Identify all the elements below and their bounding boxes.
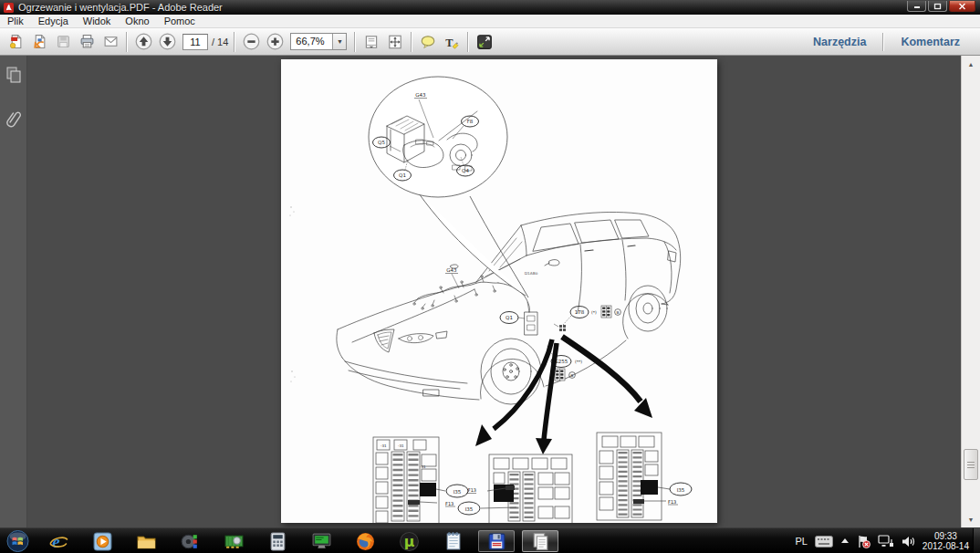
taskbar-apps: e <box>40 529 558 553</box>
fusebox-2 <box>481 454 572 523</box>
label-conn-b2: B <box>571 373 574 378</box>
fusebox1-f13: F13 <box>445 501 454 506</box>
zoom-out-button[interactable] <box>239 31 263 53</box>
maximize-button[interactable] <box>928 1 947 12</box>
create-pdf-button[interactable] <box>4 31 27 53</box>
scroll-mode-button[interactable] <box>360 31 383 53</box>
sticky-note-button[interactable] <box>416 31 440 53</box>
folder-icon <box>136 531 157 552</box>
title-bar: Ogrzewanie i wentylacja.PDF - Adobe Read… <box>0 0 980 15</box>
scroll-up-button[interactable]: ▲ <box>962 57 980 71</box>
show-desktop-button[interactable] <box>973 528 980 553</box>
internet-explorer-icon: e <box>48 531 69 552</box>
label-f8: F8 <box>467 119 474 124</box>
taskbar-calculator[interactable] <box>259 530 296 552</box>
next-page-button[interactable] <box>155 31 179 53</box>
network-icon[interactable] <box>878 535 894 548</box>
previous-page-icon <box>135 33 152 50</box>
desktop: Ogrzewanie i wentylacja.PDF - Adobe Read… <box>0 0 980 553</box>
close-button[interactable] <box>949 1 975 12</box>
taskbar-utorrent[interactable]: µ <box>391 530 427 552</box>
taskbar-terminal[interactable] <box>303 530 339 552</box>
menu-bar: Plik Edycja Widok Okno Pomoc <box>0 15 980 28</box>
hidden-icons-arrow[interactable] <box>840 537 850 545</box>
fit-page-button[interactable] <box>383 31 407 53</box>
create-pdf-icon <box>8 34 24 49</box>
monitor-terminal-icon <box>311 531 332 552</box>
scroll-down-button[interactable]: ▼ <box>962 512 980 527</box>
zoom-level-value: 66,7% <box>291 34 332 49</box>
start-button[interactable] <box>5 529 30 553</box>
fusebox1-mark31c: -31 <box>420 464 426 469</box>
fusebox1-mark31a: -31 <box>381 443 387 448</box>
scrollbar-thumb[interactable] <box>964 449 978 480</box>
previous-page-button[interactable] <box>131 31 155 53</box>
volume-icon[interactable] <box>902 536 915 548</box>
svg-text:T: T <box>446 36 454 48</box>
menu-okno[interactable]: Okno <box>118 15 156 28</box>
label-q4: Q4 <box>462 168 469 173</box>
label-q1-car: Q1 <box>506 315 513 320</box>
page-thumbnails-button[interactable] <box>0 63 27 87</box>
scan-speckles <box>289 206 295 381</box>
toolbar-separator <box>126 32 128 52</box>
fusebox3-i35: I35 <box>677 487 685 493</box>
taskbar-internet-explorer[interactable]: e <box>40 530 77 552</box>
menu-widok[interactable]: Widok <box>76 15 119 28</box>
taskbar-firefox[interactable] <box>347 530 383 552</box>
document-area: G43 D1ABo Q1 178 (*) B <box>0 56 980 527</box>
media-player-icon <box>92 531 113 552</box>
media-file-icon <box>180 531 201 552</box>
label-q1-balloon: Q1 <box>399 172 406 178</box>
taskbar-explorer[interactable] <box>128 530 164 552</box>
taskbar-media-file[interactable] <box>172 530 208 552</box>
navigation-pane <box>0 56 27 527</box>
attachments-button[interactable] <box>0 107 27 130</box>
fit-page-icon <box>387 34 403 50</box>
print-button[interactable] <box>75 31 99 53</box>
toolbar-separator <box>354 32 356 52</box>
taskbar-pdf-document[interactable] <box>522 530 558 552</box>
minimize-button[interactable] <box>907 1 926 12</box>
fullscreen-icon <box>476 34 493 50</box>
menu-plik[interactable]: Plik <box>0 15 31 28</box>
action-center-flag-icon[interactable] <box>857 535 871 548</box>
utorrent-icon: µ <box>399 531 420 552</box>
keyboard-icon[interactable] <box>815 536 833 548</box>
clock[interactable]: 09:33 2012-08-14 <box>923 531 969 551</box>
taskbar-notepad[interactable] <box>434 530 471 552</box>
label-conn-b1: B <box>617 310 620 315</box>
car-drawing <box>337 212 681 404</box>
save-button[interactable] <box>51 31 75 53</box>
taskbar-floppy-app[interactable] <box>478 530 515 552</box>
email-button[interactable] <box>99 31 122 53</box>
vertical-scrollbar[interactable]: ▲ ▼ <box>961 56 980 527</box>
firefox-icon <box>355 531 376 552</box>
taskbar-media-player[interactable] <box>84 530 120 552</box>
label-g43-balloon: G43 <box>415 92 426 98</box>
zoom-dropdown-button[interactable]: ▼ <box>332 34 346 49</box>
language-indicator[interactable]: PL <box>795 536 807 547</box>
label-g255-note: (**) <box>575 360 582 364</box>
menu-pomoc[interactable]: Pomoc <box>157 15 203 28</box>
sticky-note-icon <box>420 34 436 50</box>
comment-panel-button[interactable]: Komentarz <box>888 36 973 48</box>
zoom-in-button[interactable] <box>263 31 287 53</box>
highlight-text-button[interactable]: T <box>440 31 464 53</box>
tools-panel-button[interactable]: Narzędzia <box>800 36 879 48</box>
pointer-arrows <box>475 337 652 454</box>
wiring-figure: G43 D1ABo Q1 178 (*) B <box>281 59 717 523</box>
share-file-button[interactable] <box>27 31 51 53</box>
fusebox2-i35: I35 <box>465 506 474 512</box>
taskbar-gpu-tool[interactable] <box>215 530 252 552</box>
zoom-level-combo[interactable]: 66,7% ▼ <box>290 33 347 50</box>
svg-text:e: e <box>52 531 59 550</box>
menu-edycja[interactable]: Edycja <box>31 15 76 28</box>
page-number-input[interactable]: 11 <box>182 34 208 50</box>
save-icon <box>56 34 71 49</box>
fusebox3-f13: F13 <box>668 499 676 505</box>
email-icon <box>103 34 119 49</box>
fullscreen-button[interactable] <box>473 31 496 53</box>
taskbar: e <box>0 527 980 553</box>
toolbar-separator <box>234 32 235 52</box>
